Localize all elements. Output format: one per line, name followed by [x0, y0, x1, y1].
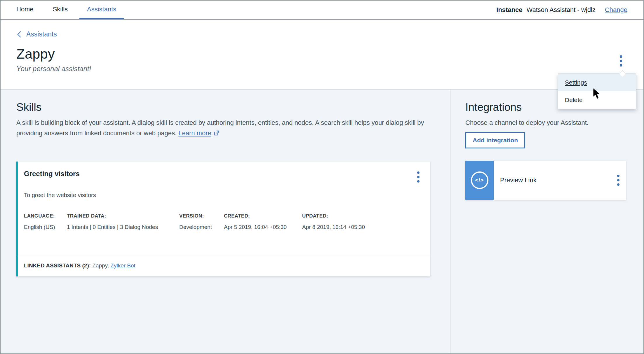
linked-assistant-plain: Zappy, — [92, 262, 109, 269]
menu-item-label: Settings — [565, 79, 587, 86]
linked-assistants-label: LINKED ASSISTANTS (2): — [24, 262, 91, 269]
skills-description-text: A skill is building block of your assist… — [16, 119, 424, 137]
integration-overflow-button[interactable] — [615, 173, 621, 187]
integration-icon-tile: </> — [465, 161, 494, 200]
meta-value: Apr 5 2019, 16:04 +05:30 — [224, 224, 302, 230]
assistant-overflow-menu-button[interactable] — [618, 54, 624, 68]
tab-assistants[interactable]: Assistants — [79, 1, 124, 19]
integrations-section: Integrations Choose a channel to deploy … — [450, 90, 643, 353]
skill-card-meta: LANGUAGE: English (US) TRAINED DATA: 1 I… — [24, 213, 421, 230]
integration-card-preview-link[interactable]: </> Preview Link — [465, 161, 626, 200]
meta-label: CREATED: — [224, 213, 302, 219]
instance-info: Instance Watson Assistant - wjdlz Change — [496, 1, 643, 19]
meta-value: Development — [179, 224, 224, 230]
meta-created: CREATED: Apr 5 2019, 16:04 +05:30 — [224, 213, 302, 230]
menu-item-delete[interactable]: Delete — [558, 91, 636, 109]
tab-skills[interactable]: Skills — [45, 1, 75, 19]
code-preview-icon: </> — [471, 171, 488, 189]
meta-label: VERSION: — [179, 213, 224, 219]
meta-value: English (US) — [24, 224, 67, 230]
change-instance-link[interactable]: Change — [605, 6, 627, 14]
skill-card-description: To greet the website visitors — [24, 192, 421, 199]
top-nav: Home Skills Assistants Instance Watson A… — [1, 1, 643, 20]
assistant-overflow-dropdown: Settings Delete — [558, 73, 636, 109]
menu-item-label: Delete — [565, 97, 583, 104]
page-subtitle: Your personal assistant! — [16, 65, 643, 73]
meta-value: Apr 8 2019, 16:14 +05:30 — [302, 224, 365, 230]
skill-card-overflow-button[interactable] — [415, 170, 421, 184]
page-title: Zappy — [16, 46, 643, 62]
meta-version: VERSION: Development — [179, 213, 224, 230]
kebab-vertical-icon — [417, 171, 420, 183]
meta-value: 1 Intents | 0 Entities | 3 Dialog Nodes — [67, 224, 179, 230]
skills-description: A skill is building block of your assist… — [16, 118, 432, 139]
meta-updated: UPDATED: Apr 8 2019, 16:14 +05:30 — [302, 213, 365, 230]
meta-label: UPDATED: — [302, 213, 365, 219]
skills-section: Skills A skill is building block of your… — [1, 90, 450, 353]
menu-item-settings[interactable]: Settings — [558, 74, 636, 91]
instance-label: Instance — [496, 6, 522, 14]
kebab-vertical-icon — [620, 55, 622, 66]
linked-assistants-footer: LINKED ASSISTANTS (2): Zappy, Zylker Bot — [18, 255, 430, 276]
watson-assistant-page: Home Skills Assistants Instance Watson A… — [0, 0, 644, 354]
assistant-header: Assistants Zappy Your personal assistant… — [1, 20, 643, 90]
instance-value: Watson Assistant - wjdlz — [527, 6, 596, 14]
add-integration-button[interactable]: Add integration — [465, 132, 525, 148]
meta-language: LANGUAGE: English (US) — [24, 213, 67, 230]
integrations-description: Choose a channel to deploy your Assistan… — [465, 118, 626, 128]
main-content: Skills A skill is building block of your… — [1, 90, 643, 353]
meta-label: TRAINED DATA: — [67, 213, 179, 219]
integration-title: Preview Link — [500, 176, 615, 184]
skill-card-title: Greeting visitors — [24, 170, 80, 178]
meta-label: LANGUAGE: — [24, 213, 67, 219]
skill-card-body: Greeting visitors To greet the website v… — [18, 162, 430, 255]
learn-more-link[interactable]: Learn more — [178, 129, 211, 137]
skills-heading: Skills — [16, 101, 450, 113]
kebab-vertical-icon — [617, 175, 619, 186]
breadcrumb[interactable]: Assistants — [16, 30, 57, 38]
breadcrumb-label: Assistants — [26, 30, 57, 38]
skill-card-greeting-visitors[interactable]: Greeting visitors To greet the website v… — [16, 162, 430, 276]
meta-trained-data: TRAINED DATA: 1 Intents | 0 Entities | 3… — [67, 213, 179, 230]
nav-tabs: Home Skills Assistants — [1, 1, 128, 19]
code-glyph: </> — [475, 177, 484, 183]
linked-assistant-link[interactable]: Zylker Bot — [110, 262, 135, 269]
external-link-icon — [213, 129, 220, 139]
tab-home[interactable]: Home — [9, 1, 41, 19]
chevron-left-icon — [16, 31, 23, 38]
